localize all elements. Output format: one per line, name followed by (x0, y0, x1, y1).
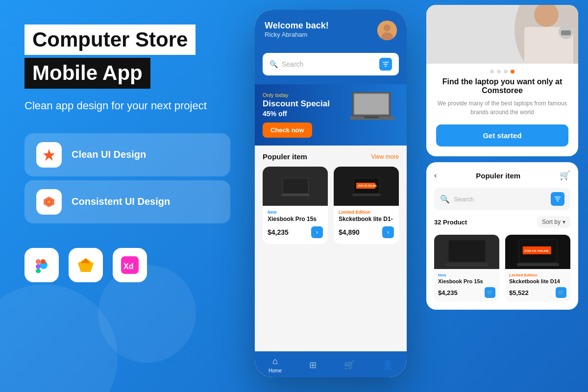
nav-home[interactable]: ⌂ Home (269, 356, 282, 373)
left-panel: Computer Store Mobile App Clean app desi… (24, 24, 230, 282)
svg-rect-45 (446, 263, 488, 266)
product-price-row-1: $4,235 › (263, 226, 328, 238)
title-mobile-app: Mobile App (24, 58, 150, 88)
back-button[interactable]: ‹ (434, 171, 437, 180)
product-card-2: JOIN US ONLINE. Limited Edition Skcketbo… (334, 167, 399, 244)
clean-ui-icon (36, 142, 62, 168)
product-name-2: Skcketbook lite D1- (339, 216, 394, 222)
product-badge-2: Limited Edition (339, 210, 394, 215)
products-row: New Xiesbook Pro 15s $4,235 › JOIN US ON… (263, 167, 399, 244)
product-arrow-2[interactable]: › (382, 226, 394, 238)
product-info-1: New Xiesbook Pro 15s (263, 206, 328, 226)
list-product-price-1: $4,235 (438, 289, 458, 296)
product-count: 32 Product (434, 219, 467, 226)
svg-point-16 (384, 24, 391, 31)
list-product-price-2: $5,522 (509, 289, 529, 296)
product-price-2: $4,890 (339, 228, 360, 236)
consistent-ui-icon (36, 189, 62, 215)
profile-icon: 👤 (382, 360, 393, 370)
list-product-info-1: New Xiesbook Pro 15s $4,235 🛒 (434, 269, 499, 302)
list-products-grid: New Xiesbook Pro 15s $4,235 🛒 JOIN US ON… (434, 235, 570, 302)
welcome-back: Welcome back! (265, 21, 329, 31)
onboarding-title: Find the laptop you want only at Comstor… (426, 77, 578, 95)
search-placeholder: Search (282, 60, 375, 68)
product-list-title: Populer item (476, 172, 520, 180)
product-image-2: JOIN US ONLINE. (334, 167, 399, 206)
nav-profile[interactable]: 👤 (382, 360, 393, 370)
phone-header: Welcome back! Ricky Abraham (255, 10, 407, 48)
nav-cart[interactable]: 🛒 (344, 360, 355, 370)
svg-rect-28 (281, 194, 310, 196)
phone-bottom-nav: ⌂ Home ⊞ 🛒 👤 (255, 351, 407, 377)
dot-2 (497, 70, 501, 74)
phone-search-section: 🔍 Search (255, 48, 407, 84)
list-product-image-2: JOIN US ONLINE. (505, 235, 570, 269)
sketch-icon (69, 248, 103, 282)
xd-icon: Xd (113, 248, 147, 282)
svg-marker-0 (43, 149, 55, 161)
list-filter-button[interactable] (551, 192, 564, 206)
banner-check-now-button[interactable]: Check now (263, 122, 312, 138)
sort-by-button[interactable]: Sort by ▾ (537, 216, 570, 228)
list-search-icon: 🔍 (440, 195, 450, 204)
phone-banner: Only today Discount Special 45% off Chec… (255, 84, 407, 146)
popular-header: Populer item View more (263, 152, 399, 161)
title-computer-store: Computer Store (24, 24, 196, 55)
dot-4 (511, 70, 514, 74)
consistent-ui-label: Consistent UI Design (72, 196, 170, 207)
list-product-badge-2: Limited Edition (509, 273, 566, 277)
product-image-1 (263, 167, 328, 206)
list-product-badge-1: New (438, 273, 495, 277)
svg-rect-27 (283, 178, 307, 193)
sort-chevron-icon: ▾ (563, 219, 565, 225)
svg-rect-50 (517, 263, 559, 266)
title-block: Computer Store Mobile App (24, 24, 230, 89)
svg-rect-44 (448, 240, 485, 262)
nav-home-label: Home (269, 368, 282, 373)
view-more-link[interactable]: View more (371, 153, 399, 160)
home-icon: ⌂ (272, 356, 278, 367)
tools-row: Xd (24, 248, 230, 282)
svg-rect-8 (36, 269, 41, 273)
phone-popular-section: Populer item View more New Xiesbook Pro … (255, 146, 407, 248)
welcome-name: Ricky Abraham (265, 31, 329, 38)
sort-by-label: Sort by (542, 219, 561, 225)
list-product-cart-btn-2[interactable]: 🛒 (556, 287, 566, 298)
product-arrow-1[interactable]: › (311, 226, 323, 238)
list-product-image-1 (434, 235, 499, 269)
list-product-name-2: Skcketbook lite D14 (509, 278, 566, 284)
dot-3 (504, 70, 508, 74)
onboarding-image (426, 5, 578, 64)
list-product-info-2: Limited Edition Skcketbook lite D14 $5,5… (505, 269, 570, 302)
welcome-text: Welcome back! Ricky Abraham (265, 21, 329, 38)
figma-icon (24, 248, 59, 282)
product-price-row-2: $4,890 › (334, 226, 399, 238)
phone-search-bar[interactable]: 🔍 Search (263, 53, 399, 75)
list-search-placeholder: Search (454, 196, 547, 203)
list-cart-icon[interactable]: 🛒 (560, 170, 570, 181)
banner-laptop-image (348, 89, 402, 128)
svg-rect-6 (41, 259, 46, 264)
svg-text:JOIN US ONLINE.: JOIN US ONLINE. (524, 249, 549, 252)
list-product-2: JOIN US ONLINE. Limited Edition Skcketbo… (505, 235, 570, 302)
feature-card-consistent: Consistent UI Design (24, 180, 230, 223)
nav-categories[interactable]: ⊞ (309, 360, 317, 370)
cart-icon: 🛒 (344, 360, 355, 370)
svg-rect-39 (561, 30, 571, 35)
product-badge-1: New (268, 210, 323, 215)
svg-rect-33 (352, 194, 381, 196)
svg-rect-5 (36, 259, 41, 264)
get-started-button[interactable]: Get started (436, 124, 568, 147)
svg-rect-23 (354, 94, 388, 114)
product-info-2: Limited Edition Skcketbook lite D1- (334, 206, 399, 226)
product-count-row: 32 Product Sort by ▾ (434, 216, 570, 228)
user-avatar (377, 21, 397, 40)
list-product-cart-btn-1[interactable]: 🛒 (485, 287, 495, 298)
subtitle: Clean app design for your next project (24, 98, 230, 114)
list-product-price-row-1: $4,235 🛒 (438, 287, 495, 298)
svg-text:JOIN US ONLINE.: JOIN US ONLINE. (358, 185, 377, 187)
onboarding-description: We provide many of the best laptops from… (426, 99, 578, 117)
list-search-bar[interactable]: 🔍 Search (434, 188, 570, 210)
categories-icon: ⊞ (309, 360, 317, 370)
filter-icon[interactable] (379, 58, 392, 71)
